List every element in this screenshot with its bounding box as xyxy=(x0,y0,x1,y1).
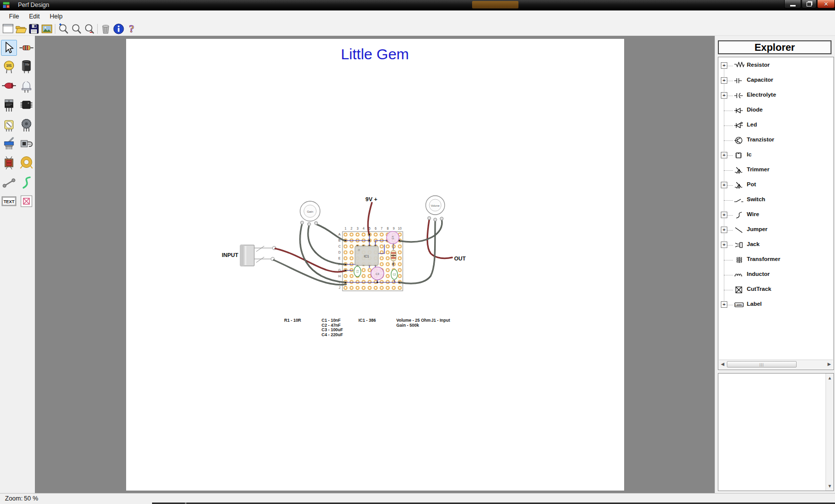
capacitor-c2[interactable]: C2 xyxy=(391,269,398,279)
expand-toggle[interactable]: + xyxy=(721,212,727,218)
component-palette: 101 10µ xyxy=(0,36,35,493)
tool-cursor-button[interactable] xyxy=(1,40,17,56)
horizontal-scroll-thumb[interactable]: ||| xyxy=(727,361,797,368)
explorer-item-resistor[interactable]: +Resistor xyxy=(718,61,834,71)
detail-vertical-scrollbar[interactable]: ▲ ▼ xyxy=(826,374,834,491)
text-tool-label: TEXT xyxy=(3,199,15,204)
explorer-tree[interactable]: +Resistor+Capacitor+ElectrolyteDiodeLedT… xyxy=(718,57,834,370)
capacitor-c1[interactable]: C1 xyxy=(354,266,361,277)
gain-pot[interactable]: Gain xyxy=(300,201,320,226)
legend-column: J1 - Input xyxy=(431,318,450,323)
explorer-item-jack[interactable]: +Jack xyxy=(718,240,834,250)
export-image-button[interactable] xyxy=(40,22,53,35)
design-canvas[interactable]: Little Gem 12345678910ABCDEFGHIJ xyxy=(35,36,714,493)
expand-toggle[interactable]: + xyxy=(721,152,727,158)
tool-cuttrack-button[interactable] xyxy=(18,193,34,209)
zoom-icon xyxy=(70,23,82,35)
volume-pot[interactable]: Volume xyxy=(426,196,445,221)
scroll-left-arrow[interactable]: ◀ xyxy=(721,362,724,367)
capacitor-c3[interactable]: C3 xyxy=(371,267,384,280)
menu-bar: FileEditHelp xyxy=(0,10,835,22)
expand-toggle[interactable]: + xyxy=(721,92,727,99)
tool-text-button[interactable]: TEXT xyxy=(1,193,17,209)
explorer-item-led[interactable]: Led xyxy=(718,121,834,130)
capacitor-symbol-icon xyxy=(733,77,744,85)
new-file-button[interactable] xyxy=(1,22,14,35)
switch-icon xyxy=(1,136,16,151)
zoom-in-button[interactable] xyxy=(57,22,70,35)
expand-toggle[interactable]: + xyxy=(721,242,727,248)
tree-horizontal-scrollbar[interactable]: ◀ ||| ▶ xyxy=(719,360,833,369)
tool-resistor-button[interactable] xyxy=(18,40,34,56)
expand-toggle[interactable]: + xyxy=(721,77,727,84)
tool-ic-button[interactable] xyxy=(18,97,34,113)
tool-transformer-button[interactable] xyxy=(1,155,17,171)
save-file-button[interactable] xyxy=(27,22,40,35)
tool-jack-button[interactable] xyxy=(18,135,34,151)
restore-button[interactable] xyxy=(802,0,817,8)
legend-entry: J1 - Input xyxy=(431,318,450,323)
explorer-item-electrolyte[interactable]: +Electrolyte xyxy=(718,91,834,101)
explorer-item-inductor[interactable]: Inductor xyxy=(718,270,834,280)
explorer-item-transformer[interactable]: Transformer xyxy=(718,255,834,265)
explorer-item-capacitor[interactable]: +Capacitor xyxy=(718,76,834,86)
explorer-item-jumper[interactable]: +Jumper xyxy=(718,225,834,235)
r1-label: R1 xyxy=(392,254,395,257)
delete-button[interactable] xyxy=(99,22,112,35)
tool-electrolyte-button[interactable]: 10µ xyxy=(18,59,34,75)
menu-edit[interactable]: Edit xyxy=(24,11,45,21)
tree-branch-line xyxy=(724,126,733,126)
design-page: Little Gem 12345678910ABCDEFGHIJ xyxy=(126,39,624,491)
explorer-item-ic[interactable]: +Ic xyxy=(718,150,834,160)
legend-column: C1 - 10nFC2 - 47nFC3 - 100uFC4 - 220uF xyxy=(322,318,343,337)
capacitor-c4[interactable]: C4 xyxy=(387,232,399,244)
tree-branch-line xyxy=(724,170,733,171)
explorer-item-cuttrack[interactable]: CutTrack xyxy=(718,285,834,295)
zoom-out-button[interactable] xyxy=(83,22,96,35)
diode-icon xyxy=(1,78,16,93)
tool-diode-button[interactable] xyxy=(1,78,17,94)
open-file-button[interactable] xyxy=(14,22,27,35)
menu-file[interactable]: File xyxy=(4,11,24,21)
scroll-right-arrow[interactable]: ▶ xyxy=(828,362,831,367)
pot-symbol-icon xyxy=(733,181,744,189)
explorer-item-tranzistor[interactable]: Tranzistor xyxy=(718,135,834,145)
expand-toggle[interactable]: + xyxy=(721,227,727,233)
minimize-button[interactable] xyxy=(784,0,801,8)
info-button[interactable] xyxy=(112,22,125,35)
board-column-label: 4 xyxy=(362,227,364,230)
tool-transistor-button[interactable] xyxy=(1,97,17,113)
expand-toggle[interactable]: + xyxy=(721,301,727,308)
resistor-symbol-icon xyxy=(733,62,744,70)
legend-entry: Gain - 500k xyxy=(396,323,431,328)
menu-help[interactable]: Help xyxy=(45,11,68,21)
open-folder-icon xyxy=(15,23,27,35)
c1-label: C1 xyxy=(356,270,359,273)
zoom-reset-button[interactable] xyxy=(70,22,83,35)
input-jack[interactable] xyxy=(240,245,276,266)
tool-jumper-button[interactable] xyxy=(1,175,17,191)
scroll-down-arrow[interactable]: ▼ xyxy=(828,484,832,489)
explorer-item-diode[interactable]: Diode xyxy=(718,106,834,116)
expand-toggle[interactable]: + xyxy=(721,182,727,188)
explorer-item-switch[interactable]: Switch xyxy=(718,195,834,205)
output-wire xyxy=(427,220,452,258)
tool-wire-button[interactable] xyxy=(18,175,34,191)
tool-trimmer-button[interactable] xyxy=(1,117,17,133)
c2-label: C2 xyxy=(393,273,396,276)
tool-switch-button[interactable] xyxy=(1,135,17,151)
explorer-item-wire[interactable]: +Wire xyxy=(718,210,834,220)
tool-inductor-button[interactable] xyxy=(18,155,34,171)
explorer-item-trimmer[interactable]: Trimmer xyxy=(718,165,834,175)
explorer-item-label[interactable]: +LABELLabel xyxy=(718,300,834,310)
tool-led-button[interactable] xyxy=(18,78,34,94)
help-button[interactable]: ? xyxy=(125,22,138,35)
explorer-item-pot[interactable]: +Pot xyxy=(718,180,834,190)
expand-toggle[interactable]: + xyxy=(721,62,727,69)
info-icon xyxy=(113,23,125,35)
tool-pot-button[interactable] xyxy=(18,117,34,133)
ic1-chip[interactable]: IC1 xyxy=(355,246,378,265)
tool-capacitor-button[interactable]: 101 xyxy=(1,59,17,75)
scroll-up-arrow[interactable]: ▲ xyxy=(828,376,832,380)
close-button[interactable]: ✕ xyxy=(817,0,835,8)
